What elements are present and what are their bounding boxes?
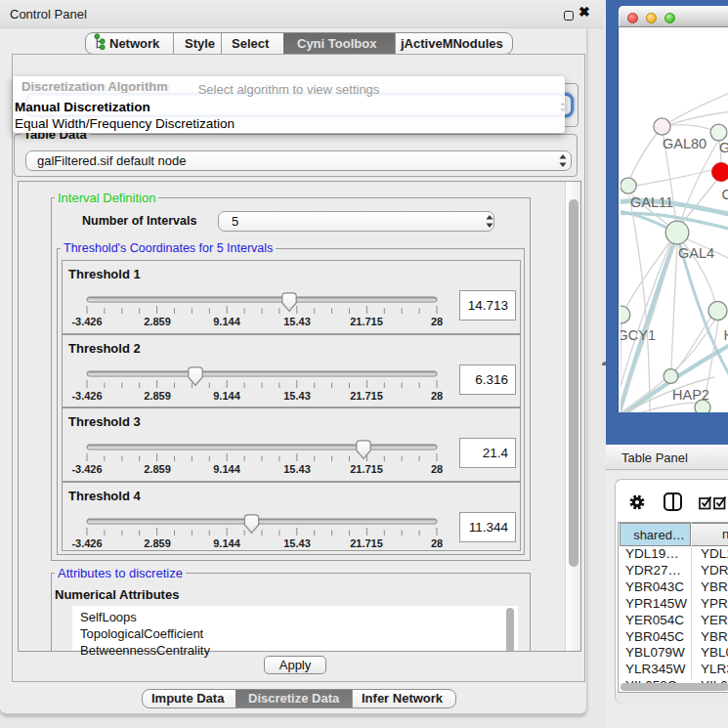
svg-text:GAL4: GAL4: [678, 245, 714, 261]
svg-text:C: C: [721, 187, 728, 202]
svg-text:GAL80: GAL80: [663, 136, 707, 151]
svg-text:GCY1: GCY1: [621, 327, 656, 343]
svg-text:GAL11: GAL11: [630, 194, 673, 210]
svg-text:HIS: HIS: [723, 327, 728, 343]
svg-text:GAL: GAL: [719, 140, 728, 155]
svg-text:HAP2: HAP2: [672, 387, 709, 403]
